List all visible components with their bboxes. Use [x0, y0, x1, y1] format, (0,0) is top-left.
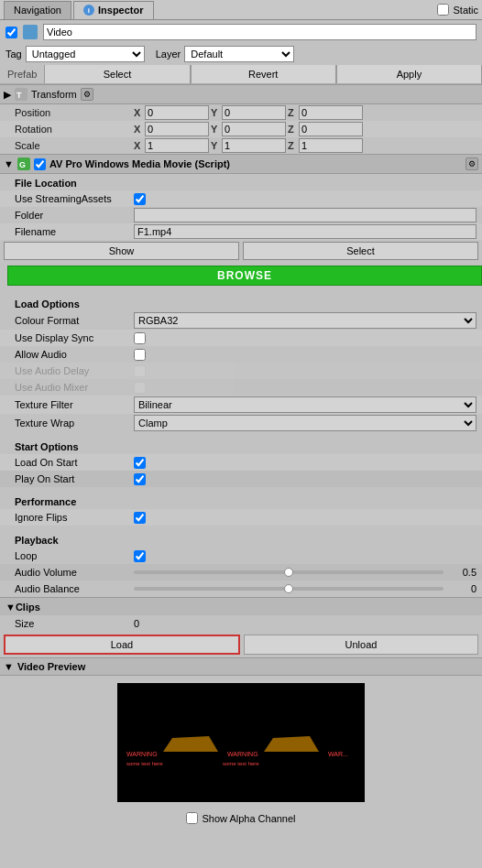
prefab-apply-button[interactable]: Apply	[336, 65, 482, 83]
position-x-input[interactable]	[145, 105, 209, 120]
playback-label: Playback	[0, 531, 482, 548]
folder-row: Folder	[0, 207, 482, 223]
position-row: Position X Y Z	[0, 104, 482, 121]
video-preview-collapse-arrow[interactable]: ▼	[4, 661, 14, 672]
audio-balance-slider[interactable]	[134, 587, 444, 591]
file-location-label: File Location	[0, 174, 482, 190]
show-select-row: Show Select	[0, 240, 482, 262]
transform-actions: ⚙	[81, 88, 93, 101]
scale-xyz: X Y Z	[134, 138, 477, 153]
rotation-x-input[interactable]	[145, 122, 209, 136]
show-button[interactable]: Show	[4, 242, 239, 260]
loop-checkbox[interactable]	[134, 550, 146, 562]
scale-row: Scale X Y Z	[0, 137, 482, 154]
play-on-start-checkbox[interactable]	[134, 473, 146, 485]
component-enabled-checkbox[interactable]	[34, 158, 46, 170]
colour-format-select[interactable]: RGBA32	[134, 312, 477, 329]
object-name-input[interactable]	[43, 24, 477, 40]
scale-x-input[interactable]	[145, 138, 209, 153]
start-options-label: Start Options	[0, 438, 482, 454]
use-audio-mixer-row: Use Audio Mixer	[0, 379, 482, 396]
audio-balance-row: Audio Balance 0	[0, 580, 482, 597]
use-display-sync-checkbox[interactable]	[134, 332, 146, 344]
unload-button[interactable]: Unload	[244, 635, 478, 655]
position-xyz: X Y Z	[134, 105, 477, 120]
use-streaming-assets-row: Use StreamingAssets	[0, 190, 482, 207]
use-audio-delay-row: Use Audio Delay	[0, 363, 482, 379]
rotation-xyz: X Y Z	[134, 122, 477, 136]
use-audio-delay-checkbox	[134, 365, 146, 377]
browse-button[interactable]: BROWSE	[7, 266, 482, 286]
position-z-input[interactable]	[299, 105, 363, 120]
static-checkbox[interactable]	[437, 4, 449, 16]
svg-text:some text here: some text here	[126, 761, 163, 766]
texture-wrap-row: Texture Wrap Clamp Repeat Mirror MirrorO…	[0, 414, 482, 432]
rotation-row: Rotation X Y Z	[0, 121, 482, 137]
static-area: Static	[437, 4, 478, 16]
transform-settings-icon[interactable]: ⚙	[81, 88, 93, 101]
use-audio-mixer-checkbox	[134, 382, 146, 394]
allow-audio-checkbox[interactable]	[134, 349, 146, 361]
clips-section: ▼ Clips Size 0	[0, 597, 482, 632]
load-unload-row: Load Unload	[0, 632, 482, 657]
transform-section-header: ▶ T Transform ⚙	[0, 84, 482, 104]
load-on-start-row: Load On Start	[0, 454, 482, 471]
play-on-start-row: Play On Start	[0, 471, 482, 487]
prefab-select-button[interactable]: Select	[44, 65, 190, 83]
rotation-y-input[interactable]	[222, 122, 286, 136]
use-display-sync-row: Use Display Sync	[0, 330, 482, 346]
allow-audio-row: Allow Audio	[0, 346, 482, 363]
show-alpha-checkbox[interactable]	[186, 812, 198, 824]
video-preview-area: WARNING some text here WARNING some text…	[0, 676, 482, 809]
load-button[interactable]: Load	[4, 635, 240, 655]
clips-header: ▼ Clips	[0, 597, 482, 615]
position-y-input[interactable]	[222, 105, 286, 120]
svg-text:G: G	[19, 160, 26, 169]
load-on-start-checkbox[interactable]	[134, 457, 146, 469]
tag-select[interactable]: Untagged	[26, 46, 145, 62]
object-header	[0, 20, 482, 44]
object-icon	[23, 25, 38, 39]
scale-y-input[interactable]	[222, 138, 286, 153]
prefab-revert-button[interactable]: Revert	[191, 65, 336, 83]
audio-volume-slider[interactable]	[134, 570, 444, 574]
tag-layer-row: Tag Untagged Layer Default	[0, 44, 482, 64]
clips-collapse-arrow[interactable]: ▼	[5, 602, 16, 613]
use-streaming-assets-checkbox[interactable]	[134, 193, 146, 205]
scale-z-input[interactable]	[299, 138, 363, 153]
filename-row: Filename	[0, 223, 482, 240]
svg-text:WAR...: WAR...	[328, 751, 348, 757]
transform-collapse-arrow[interactable]: ▶	[4, 89, 11, 101]
texture-filter-select[interactable]: Bilinear Point Trilinear	[134, 396, 477, 413]
audio-volume-row: Audio Volume 0.5	[0, 564, 482, 580]
texture-wrap-select[interactable]: Clamp Repeat Mirror MirrorOnce	[134, 415, 477, 431]
component-header: ▼ G AV Pro Windows Media Movie (Script) …	[0, 154, 482, 174]
show-alpha-row: Show Alpha Channel	[0, 809, 482, 827]
component-info-icon[interactable]: ⚙	[466, 157, 478, 170]
size-row: Size 0	[0, 615, 482, 632]
tab-inspector[interactable]: i Inspector	[73, 1, 154, 19]
texture-filter-row: Texture Filter Bilinear Point Trilinear	[0, 396, 482, 414]
svg-text:T: T	[16, 91, 22, 100]
layer-select[interactable]: Default	[184, 46, 294, 62]
folder-input[interactable]	[134, 208, 477, 222]
object-active-checkbox[interactable]	[5, 27, 17, 38]
performance-label: Performance	[0, 493, 482, 509]
svg-text:WARNING: WARNING	[227, 751, 258, 757]
svg-text:some text here: some text here	[223, 761, 259, 766]
select-button[interactable]: Select	[243, 242, 478, 260]
component-checkbox-area: G	[17, 157, 30, 170]
ignore-flips-checkbox[interactable]	[134, 512, 146, 524]
ignore-flips-row: Ignore Flips	[0, 509, 482, 526]
top-bar: Navigation i Inspector Static	[0, 0, 482, 20]
component-collapse-arrow[interactable]: ▼	[4, 158, 14, 169]
inspector-icon: i	[83, 5, 94, 16]
component-actions: ⚙	[466, 157, 478, 170]
loop-row: Loop	[0, 548, 482, 564]
svg-rect-4	[117, 683, 365, 802]
browse-row: BROWSE	[0, 262, 482, 289]
video-preview-canvas: WARNING some text here WARNING some text…	[117, 683, 365, 802]
rotation-z-input[interactable]	[299, 122, 363, 136]
tab-navigation[interactable]: Navigation	[4, 1, 71, 19]
filename-input[interactable]	[134, 224, 477, 239]
